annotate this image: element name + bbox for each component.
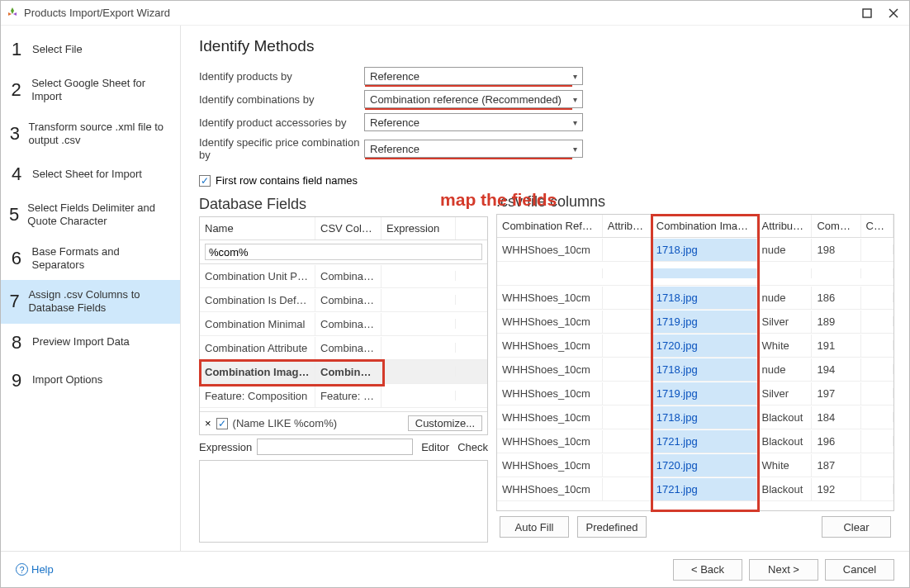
col-attribute[interactable]: Attribute ( [603, 215, 652, 237]
title-bar: Products Import/Export Wizard [1, 1, 909, 26]
step-1[interactable]: 1Select File [1, 31, 180, 69]
predefined-button[interactable]: Predefined [577, 516, 647, 538]
step-2[interactable]: 2Select Google Sheet for Import [1, 69, 180, 112]
step-label: Select Fields Delimiter and Quote Charac… [27, 202, 172, 229]
step-label: Assign .csv Columns to Database Fields [28, 288, 172, 315]
step-9[interactable]: 9Import Options [1, 362, 180, 400]
step-3[interactable]: 3Transform source .xml file to output .c… [1, 112, 180, 156]
step-number: 8 [9, 332, 24, 353]
csv-row[interactable]: WHHShoes_10cm1720.jpgWhite191 [497, 334, 893, 358]
dbf-row[interactable]: Combination Is DefaultCombination [200, 288, 487, 312]
identify-dropdown-0[interactable]: Reference▾ [364, 67, 583, 85]
csv-row[interactable]: WHHShoes_10cm1718.jpgnude198 [497, 238, 893, 262]
dropdown-value: Reference [370, 116, 573, 129]
step-label: Base Formats and Separators [32, 245, 172, 273]
clear-button[interactable]: Clear [822, 516, 891, 538]
help-link[interactable]: ? Help [16, 563, 54, 576]
dropdown-value: Reference [370, 70, 573, 83]
csv-row[interactable]: WHHShoes_10cm1719.jpgSilver197 [497, 382, 893, 405]
maximize-icon[interactable] [861, 7, 873, 19]
chevron-down-icon: ▾ [573, 72, 577, 81]
wizard-footer: ? Help < Back Next > Cancel [1, 551, 909, 587]
dbf-row[interactable]: Feature: CompositionFeature: Comp [200, 384, 487, 408]
wizard-window: Products Import/Export Wizard 1Select Fi… [0, 0, 910, 588]
identify-label-0: Identify products by [199, 70, 364, 83]
csv-row[interactable]: WHHShoes_10cm1720.jpgWhite187 [497, 453, 893, 477]
back-button[interactable]: < Back [673, 559, 742, 581]
expression-label: Expression [199, 441, 252, 453]
expression-input[interactable] [257, 439, 413, 455]
csv-row[interactable] [497, 262, 893, 286]
help-icon: ? [16, 563, 28, 576]
col-csv[interactable]: CSV Column [315, 217, 382, 239]
identify-dropdown-3[interactable]: Reference▾ [364, 140, 583, 158]
chevron-down-icon: ▾ [573, 95, 577, 104]
col-name[interactable]: Name [200, 217, 315, 239]
step-number: 9 [9, 370, 24, 391]
step-number: 2 [9, 79, 23, 101]
step-label: Select Sheet for Import [32, 168, 142, 181]
csv-row[interactable]: WHHShoes_10cm1719.jpgSilver189 [497, 310, 893, 334]
filter-enable-checkbox[interactable]: ✓ [216, 418, 228, 429]
csv-columns-panel: .csv file columns Combination Referenc A… [496, 193, 894, 543]
step-label: Preview Import Data [32, 335, 130, 349]
cancel-button[interactable]: Cancel [825, 559, 894, 581]
step-4[interactable]: 4Select Sheet for Import [1, 155, 180, 193]
svg-rect-0 [863, 9, 871, 17]
chevron-down-icon: ▾ [573, 145, 577, 154]
dropdown-value: Combination reference (Recommended) [370, 93, 573, 106]
checkbox-icon[interactable]: ✓ [199, 175, 211, 187]
dropdown-value: Reference [370, 143, 573, 155]
step-number: 7 [9, 291, 20, 312]
identify-label-3: Identify specific price combination by [199, 136, 364, 161]
dbf-row[interactable]: Combination ImagesCombination [200, 360, 487, 384]
col-comb-ref[interactable]: Combination Referenc [497, 215, 603, 237]
csv-row[interactable]: WHHShoes_10cm1718.jpgnude194 [497, 358, 893, 382]
step-label: Select Google Sheet for Import [31, 77, 172, 104]
step-6[interactable]: 6Base Formats and Separators [1, 237, 180, 281]
dbf-row[interactable]: Combination Unit PriceCombination [200, 264, 487, 288]
identify-label-2: Identify product accessories by [199, 116, 364, 129]
step-8[interactable]: 8Preview Import Data [1, 324, 180, 362]
step-label: Import Options [32, 373, 102, 386]
filter-close-icon[interactable]: × [205, 417, 211, 429]
app-icon [6, 7, 19, 20]
step-7[interactable]: 7Assign .csv Columns to Database Fields [1, 280, 180, 324]
database-fields-panel: Database Fields map the fields Name CSV … [199, 193, 488, 543]
first-row-checkbox-row[interactable]: ✓ First row contains field names [199, 174, 894, 187]
csv-row[interactable]: WHHShoes_10cm1721.jpgBlackout196 [497, 429, 893, 453]
dbf-row[interactable]: Combination MinimalCombination [200, 312, 487, 336]
csv-row[interactable]: WHHShoes_10cm1718.jpgBlackout184 [497, 405, 893, 429]
autofill-button[interactable]: Auto Fill [500, 516, 569, 538]
next-button[interactable]: Next > [749, 559, 818, 581]
step-number: 1 [9, 39, 24, 60]
csv-row[interactable]: WHHShoes_10cm1718.jpgnude186 [497, 286, 893, 310]
step-number: 5 [9, 204, 19, 225]
close-icon[interactable] [888, 7, 899, 19]
window-controls [861, 7, 904, 19]
col-comb-images[interactable]: Combination Images [6 [652, 215, 757, 237]
editor-link[interactable]: Editor [421, 441, 449, 453]
filter-text: (Name LIKE %com%) [233, 417, 337, 429]
col-attribute-color[interactable]: Attribute ( [757, 215, 813, 237]
identify-dropdown-2[interactable]: Reference▾ [364, 113, 583, 131]
csv-row[interactable]: WHHShoes_10cm1721.jpgBlackout192 [497, 477, 893, 501]
overlay-map-fields: map the fields [440, 190, 557, 210]
step-number: 3 [9, 123, 21, 145]
dbf-filter-input[interactable] [205, 244, 482, 260]
identify-dropdown-1[interactable]: Combination reference (Recommended)▾ [364, 90, 583, 108]
identify-label-1: Identify combinations by [199, 93, 364, 106]
step-5[interactable]: 5Select Fields Delimiter and Quote Chara… [1, 193, 180, 237]
col-expr[interactable]: Expression [382, 217, 456, 239]
step-label: Select File [32, 43, 83, 56]
col-combinat[interactable]: Combinat [812, 215, 860, 237]
step-number: 6 [9, 248, 24, 269]
check-link[interactable]: Check [457, 441, 488, 453]
dbf-row[interactable]: Combination AttributeCombination [200, 336, 487, 360]
col-com[interactable]: Com [861, 215, 893, 237]
identify-heading: Identify Methods [199, 37, 894, 55]
customize-button[interactable]: Customize... [408, 415, 482, 431]
step-label: Transform source .xml file to output .cs… [29, 121, 172, 148]
expression-area[interactable] [199, 460, 488, 543]
window-title: Products Import/Export Wizard [24, 7, 861, 19]
